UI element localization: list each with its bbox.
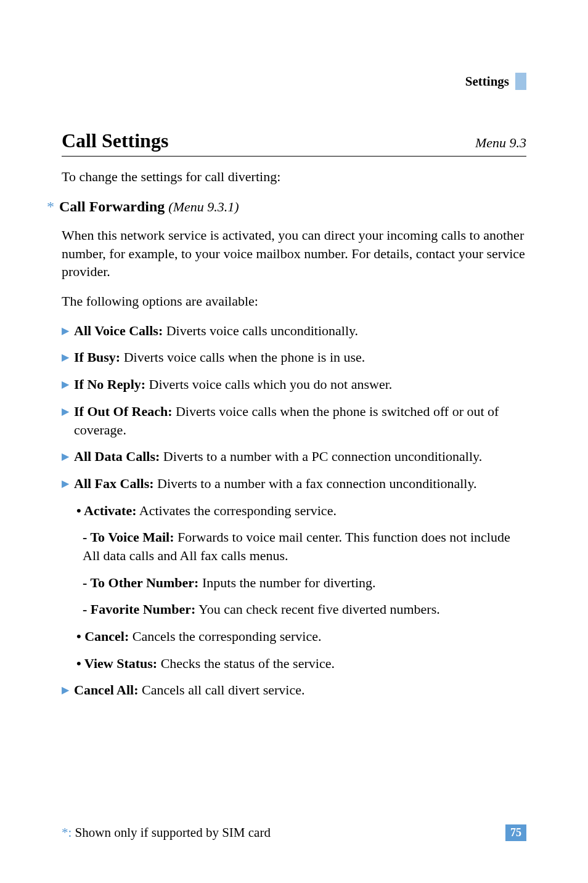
item-label: If Busy: — [74, 349, 120, 365]
item-text: Diverts to a number with a PC connection… — [160, 449, 482, 464]
triangle-icon: ▶ — [62, 325, 69, 336]
asterisk-icon: * — [47, 198, 54, 215]
item-label: All Fax Calls: — [74, 476, 154, 491]
item-label: If No Reply: — [74, 376, 145, 392]
sub-sub-item-label: - To Other Number: — [83, 575, 198, 590]
sub-sub-item-text: Inputs the number for diverting. — [198, 575, 375, 590]
triangle-icon: ▶ — [62, 351, 69, 363]
item-label: Cancel All: — [74, 682, 139, 698]
section-title: Call Settings — [62, 129, 168, 152]
sub-sub-item-other: - To Other Number: Inputs the number for… — [83, 574, 526, 592]
item-text: Diverts voice calls when the phone is in… — [120, 349, 365, 365]
item-text: Diverts voice calls which you do not ans… — [145, 376, 392, 392]
list-item: ▶ If No Reply: Diverts voice calls which… — [62, 375, 526, 394]
page-footer: *: Shown only if supported by SIM card 7… — [62, 824, 526, 841]
header-label: Settings — [465, 74, 509, 89]
sub-item-activate: • Activate: Activates the corresponding … — [76, 502, 526, 520]
list-item: ▶ If Out Of Reach: Diverts voice calls w… — [62, 402, 526, 439]
footer-note: *: Shown only if supported by SIM card — [62, 825, 271, 840]
triangle-icon: ▶ — [62, 378, 69, 390]
triangle-icon: ▶ — [62, 405, 69, 417]
subsection-title: Call Forwarding — [59, 198, 165, 215]
list-item: ▶ All Fax Calls: Diverts to a number wit… — [62, 474, 526, 493]
section-title-row: Call Settings Menu 9.3 — [62, 129, 526, 157]
item-text: Diverts to a number with a fax connectio… — [154, 476, 477, 491]
item-label: All Voice Calls: — [74, 323, 163, 338]
subsection-para1: When this network service is activated, … — [62, 226, 526, 281]
item-text: Cancels all call divert service. — [139, 682, 305, 698]
sub-sub-item-label: - Favorite Number: — [83, 601, 195, 617]
page-number: 75 — [505, 824, 526, 841]
item-text: Diverts voice calls unconditionally. — [163, 323, 358, 338]
sub-item-view: • View Status: Checks the status of the … — [76, 654, 526, 673]
sub-item-text: Activates the corresponding service. — [137, 503, 337, 518]
triangle-icon: ▶ — [62, 450, 69, 462]
sub-sub-item-voice: - To Voice Mail: Forwards to voice mail … — [83, 528, 526, 564]
page-header: Settings — [465, 73, 526, 90]
list-item-cancel-all: ▶ Cancel All: Cancels all call divert se… — [62, 681, 526, 699]
item-content: If Busy: Diverts voice calls when the ph… — [74, 348, 526, 367]
item-content: All Fax Calls: Diverts to a number with … — [74, 474, 526, 493]
main-content: Call Settings Menu 9.3 To change the set… — [62, 129, 526, 699]
sub-item-text: Checks the status of the service. — [157, 656, 335, 671]
sub-item-label: • View Status: — [76, 656, 157, 671]
sub-item-label: • Cancel: — [76, 629, 129, 644]
triangle-icon: ▶ — [62, 478, 69, 489]
sub-item-cancel: • Cancel: Cancels the corresponding serv… — [76, 627, 526, 646]
sub-sub-item-text: You can check recent five diverted numbe… — [195, 601, 439, 617]
triangle-icon: ▶ — [62, 684, 69, 696]
list-item: ▶ All Data Calls: Diverts to a number wi… — [62, 447, 526, 466]
subsection-menu-ref: (Menu 9.3.1) — [168, 199, 239, 215]
sub-sub-item-label: - To Voice Mail: — [83, 529, 174, 545]
section-intro: To change the settings for call divertin… — [62, 169, 526, 185]
item-content: If No Reply: Diverts voice calls which y… — [74, 375, 526, 394]
sub-item-label: • Activate: — [76, 503, 137, 518]
footer-note-text: Shown only if supported by SIM card — [71, 825, 271, 840]
item-content: Cancel All: Cancels all call divert serv… — [74, 681, 526, 699]
sub-item-text: Cancels the corresponding service. — [129, 629, 321, 644]
header-accent-block — [515, 73, 526, 90]
list-item: ▶ If Busy: Diverts voice calls when the … — [62, 348, 526, 367]
sub-sub-item-favorite: - Favorite Number: You can check recent … — [83, 600, 526, 619]
item-content: All Data Calls: Diverts to a number with… — [74, 447, 526, 466]
item-content: All Voice Calls: Diverts voice calls unc… — [74, 322, 526, 340]
footer-asterisk-icon: *: — [62, 825, 71, 840]
item-label: All Data Calls: — [74, 449, 160, 464]
subsection-header: * Call Forwarding (Menu 9.3.1) — [47, 198, 526, 215]
list-item: ▶ All Voice Calls: Diverts voice calls u… — [62, 322, 526, 340]
subsection-para2: The following options are available: — [62, 292, 526, 311]
item-content: If Out Of Reach: Diverts voice calls whe… — [74, 402, 526, 439]
item-label: If Out Of Reach: — [74, 404, 172, 419]
section-menu-ref: Menu 9.3 — [475, 135, 526, 151]
